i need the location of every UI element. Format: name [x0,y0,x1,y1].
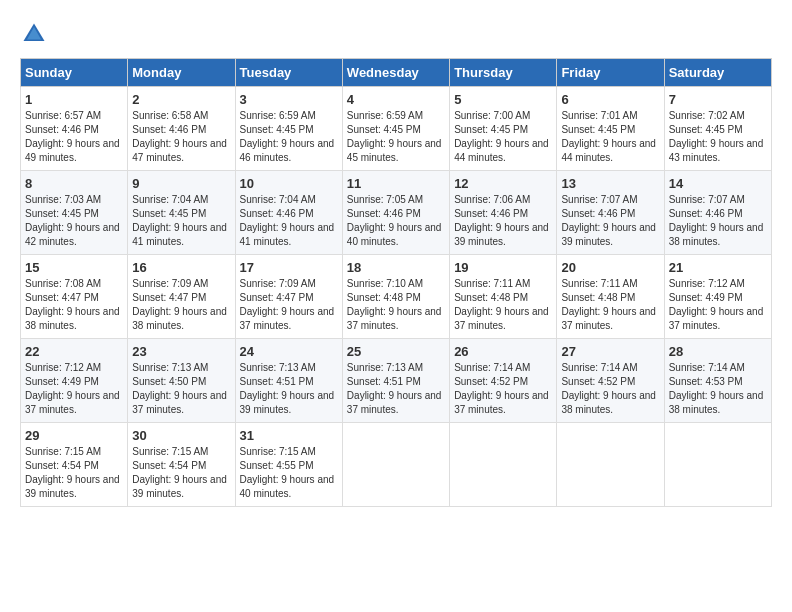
day-detail: Sunrise: 7:07 AMSunset: 4:46 PMDaylight:… [561,194,656,247]
day-detail: Sunrise: 7:04 AMSunset: 4:46 PMDaylight:… [240,194,335,247]
calendar-cell: 10 Sunrise: 7:04 AMSunset: 4:46 PMDaylig… [235,171,342,255]
day-detail: Sunrise: 7:08 AMSunset: 4:47 PMDaylight:… [25,278,120,331]
day-detail: Sunrise: 7:07 AMSunset: 4:46 PMDaylight:… [669,194,764,247]
day-detail: Sunrise: 7:14 AMSunset: 4:52 PMDaylight:… [454,362,549,415]
calendar-cell: 2 Sunrise: 6:58 AMSunset: 4:46 PMDayligh… [128,87,235,171]
day-detail: Sunrise: 7:09 AMSunset: 4:47 PMDaylight:… [132,278,227,331]
day-number: 24 [240,344,338,359]
calendar-cell: 27 Sunrise: 7:14 AMSunset: 4:52 PMDaylig… [557,339,664,423]
week-row-5: 29 Sunrise: 7:15 AMSunset: 4:54 PMDaylig… [21,423,772,507]
calendar-body: 1 Sunrise: 6:57 AMSunset: 4:46 PMDayligh… [21,87,772,507]
day-detail: Sunrise: 7:13 AMSunset: 4:51 PMDaylight:… [240,362,335,415]
day-detail: Sunrise: 7:13 AMSunset: 4:51 PMDaylight:… [347,362,442,415]
calendar-cell [557,423,664,507]
day-detail: Sunrise: 6:59 AMSunset: 4:45 PMDaylight:… [240,110,335,163]
calendar-cell: 22 Sunrise: 7:12 AMSunset: 4:49 PMDaylig… [21,339,128,423]
weekday-header-sunday: Sunday [21,59,128,87]
day-detail: Sunrise: 7:03 AMSunset: 4:45 PMDaylight:… [25,194,120,247]
weekday-header-thursday: Thursday [450,59,557,87]
day-detail: Sunrise: 7:01 AMSunset: 4:45 PMDaylight:… [561,110,656,163]
day-number: 8 [25,176,123,191]
day-number: 27 [561,344,659,359]
week-row-1: 1 Sunrise: 6:57 AMSunset: 4:46 PMDayligh… [21,87,772,171]
day-number: 31 [240,428,338,443]
calendar-cell: 20 Sunrise: 7:11 AMSunset: 4:48 PMDaylig… [557,255,664,339]
day-detail: Sunrise: 7:15 AMSunset: 4:54 PMDaylight:… [25,446,120,499]
day-number: 3 [240,92,338,107]
day-detail: Sunrise: 7:15 AMSunset: 4:54 PMDaylight:… [132,446,227,499]
day-number: 5 [454,92,552,107]
day-detail: Sunrise: 6:59 AMSunset: 4:45 PMDaylight:… [347,110,442,163]
day-number: 4 [347,92,445,107]
day-number: 18 [347,260,445,275]
day-detail: Sunrise: 7:12 AMSunset: 4:49 PMDaylight:… [669,278,764,331]
calendar-cell: 16 Sunrise: 7:09 AMSunset: 4:47 PMDaylig… [128,255,235,339]
day-number: 10 [240,176,338,191]
day-detail: Sunrise: 7:10 AMSunset: 4:48 PMDaylight:… [347,278,442,331]
day-number: 22 [25,344,123,359]
day-detail: Sunrise: 7:11 AMSunset: 4:48 PMDaylight:… [454,278,549,331]
day-number: 17 [240,260,338,275]
day-detail: Sunrise: 7:14 AMSunset: 4:52 PMDaylight:… [561,362,656,415]
day-number: 7 [669,92,767,107]
day-detail: Sunrise: 7:04 AMSunset: 4:45 PMDaylight:… [132,194,227,247]
logo-icon [20,20,48,48]
calendar-cell: 25 Sunrise: 7:13 AMSunset: 4:51 PMDaylig… [342,339,449,423]
calendar-cell: 3 Sunrise: 6:59 AMSunset: 4:45 PMDayligh… [235,87,342,171]
calendar-cell: 18 Sunrise: 7:10 AMSunset: 4:48 PMDaylig… [342,255,449,339]
calendar-cell: 13 Sunrise: 7:07 AMSunset: 4:46 PMDaylig… [557,171,664,255]
day-detail: Sunrise: 7:15 AMSunset: 4:55 PMDaylight:… [240,446,335,499]
day-detail: Sunrise: 7:00 AMSunset: 4:45 PMDaylight:… [454,110,549,163]
day-number: 30 [132,428,230,443]
calendar-cell: 31 Sunrise: 7:15 AMSunset: 4:55 PMDaylig… [235,423,342,507]
calendar-cell [664,423,771,507]
weekday-header-tuesday: Tuesday [235,59,342,87]
day-detail: Sunrise: 7:13 AMSunset: 4:50 PMDaylight:… [132,362,227,415]
weekday-header-monday: Monday [128,59,235,87]
day-number: 1 [25,92,123,107]
week-row-3: 15 Sunrise: 7:08 AMSunset: 4:47 PMDaylig… [21,255,772,339]
calendar-cell: 4 Sunrise: 6:59 AMSunset: 4:45 PMDayligh… [342,87,449,171]
weekday-header-friday: Friday [557,59,664,87]
day-number: 28 [669,344,767,359]
day-number: 13 [561,176,659,191]
day-detail: Sunrise: 6:58 AMSunset: 4:46 PMDaylight:… [132,110,227,163]
calendar-cell: 17 Sunrise: 7:09 AMSunset: 4:47 PMDaylig… [235,255,342,339]
day-number: 16 [132,260,230,275]
day-detail: Sunrise: 7:05 AMSunset: 4:46 PMDaylight:… [347,194,442,247]
weekday-header-saturday: Saturday [664,59,771,87]
calendar-cell: 5 Sunrise: 7:00 AMSunset: 4:45 PMDayligh… [450,87,557,171]
calendar-cell: 11 Sunrise: 7:05 AMSunset: 4:46 PMDaylig… [342,171,449,255]
day-number: 29 [25,428,123,443]
calendar-cell: 9 Sunrise: 7:04 AMSunset: 4:45 PMDayligh… [128,171,235,255]
calendar-cell: 19 Sunrise: 7:11 AMSunset: 4:48 PMDaylig… [450,255,557,339]
day-number: 20 [561,260,659,275]
calendar-cell: 29 Sunrise: 7:15 AMSunset: 4:54 PMDaylig… [21,423,128,507]
day-detail: Sunrise: 7:09 AMSunset: 4:47 PMDaylight:… [240,278,335,331]
day-number: 14 [669,176,767,191]
calendar-cell: 15 Sunrise: 7:08 AMSunset: 4:47 PMDaylig… [21,255,128,339]
calendar-cell: 26 Sunrise: 7:14 AMSunset: 4:52 PMDaylig… [450,339,557,423]
weekday-header-row: SundayMondayTuesdayWednesdayThursdayFrid… [21,59,772,87]
day-number: 2 [132,92,230,107]
day-detail: Sunrise: 6:57 AMSunset: 4:46 PMDaylight:… [25,110,120,163]
page-header [20,20,772,48]
calendar-cell: 1 Sunrise: 6:57 AMSunset: 4:46 PMDayligh… [21,87,128,171]
calendar-cell: 30 Sunrise: 7:15 AMSunset: 4:54 PMDaylig… [128,423,235,507]
calendar-cell: 12 Sunrise: 7:06 AMSunset: 4:46 PMDaylig… [450,171,557,255]
calendar-cell: 21 Sunrise: 7:12 AMSunset: 4:49 PMDaylig… [664,255,771,339]
day-number: 26 [454,344,552,359]
day-number: 12 [454,176,552,191]
calendar-cell [342,423,449,507]
calendar-cell: 28 Sunrise: 7:14 AMSunset: 4:53 PMDaylig… [664,339,771,423]
week-row-2: 8 Sunrise: 7:03 AMSunset: 4:45 PMDayligh… [21,171,772,255]
calendar-cell: 8 Sunrise: 7:03 AMSunset: 4:45 PMDayligh… [21,171,128,255]
day-number: 15 [25,260,123,275]
weekday-header-wednesday: Wednesday [342,59,449,87]
day-number: 21 [669,260,767,275]
day-number: 11 [347,176,445,191]
day-number: 19 [454,260,552,275]
day-number: 9 [132,176,230,191]
day-detail: Sunrise: 7:14 AMSunset: 4:53 PMDaylight:… [669,362,764,415]
day-detail: Sunrise: 7:12 AMSunset: 4:49 PMDaylight:… [25,362,120,415]
